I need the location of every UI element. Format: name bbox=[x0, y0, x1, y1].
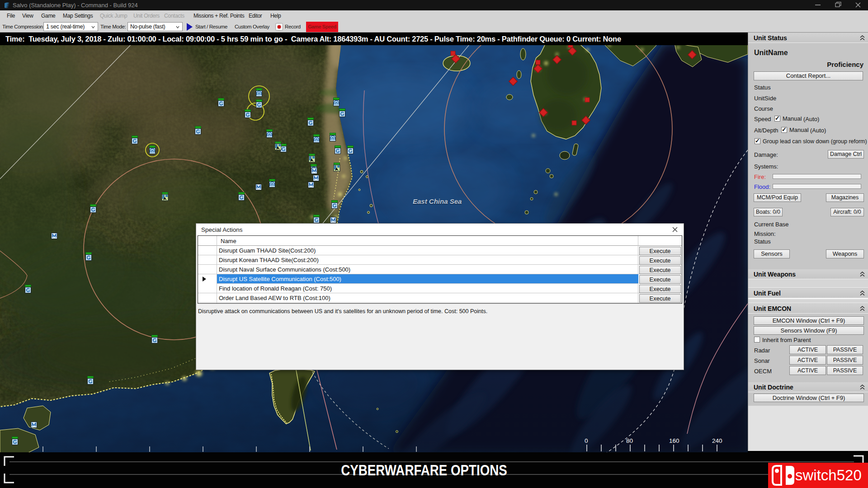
svg-text:0: 0 bbox=[585, 437, 588, 444]
svg-text:160: 160 bbox=[669, 437, 679, 444]
svg-text:80: 80 bbox=[626, 437, 633, 444]
svg-text:240: 240 bbox=[712, 437, 722, 444]
